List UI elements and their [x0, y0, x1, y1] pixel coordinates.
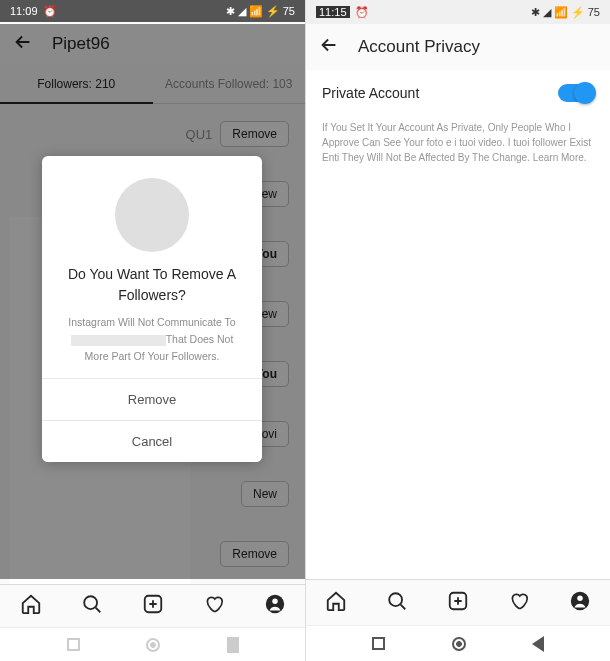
- status-time: 11:15: [316, 6, 350, 18]
- modal-cancel-button[interactable]: Cancel: [42, 420, 262, 462]
- nav-home-icon[interactable]: [452, 637, 466, 651]
- status-bar: 11:15 ⏰ ✱ ◢ 📶 ⚡ 75: [306, 0, 610, 24]
- left-screen: 11:09 ⏰ ✱ ◢ 📶 ⚡ 75 Pipet96 Followers: 21…: [0, 0, 305, 661]
- status-bar: 11:09 ⏰ ✱ ◢ 📶 ⚡ 75: [0, 0, 305, 22]
- nav-recents-icon[interactable]: [67, 638, 80, 651]
- modal-remove-button[interactable]: Remove: [42, 378, 262, 420]
- privacy-content: Private Account If You Set It Your Accou…: [306, 70, 610, 579]
- heart-icon[interactable]: [508, 590, 530, 616]
- status-icons: ✱ ◢ 📶 ⚡ 75: [531, 6, 600, 19]
- modal-sub-line2: That Does Not: [166, 333, 234, 345]
- back-icon[interactable]: [318, 34, 340, 60]
- profile-icon[interactable]: [264, 593, 286, 619]
- avatar: [115, 178, 189, 252]
- modal-sub-line1: Instagram Will Not Communicate To: [68, 316, 235, 328]
- status-time: 11:09: [10, 5, 38, 17]
- nav-back-icon[interactable]: [227, 637, 239, 653]
- svg-point-3: [272, 599, 278, 605]
- add-post-icon[interactable]: [447, 590, 469, 616]
- add-post-icon[interactable]: [142, 593, 164, 619]
- privacy-description: If You Set It Your Account As Private, O…: [322, 120, 594, 165]
- modal-title: Do You Want To Remove A Followers?: [50, 252, 254, 310]
- nav-home-icon[interactable]: [146, 638, 160, 652]
- search-icon[interactable]: [81, 593, 103, 619]
- heart-icon[interactable]: [203, 593, 225, 619]
- private-account-toggle[interactable]: [558, 84, 594, 102]
- redacted-name: [71, 335, 166, 346]
- modal-title-line1: Do You Want To Remove A: [68, 266, 236, 282]
- home-icon[interactable]: [20, 593, 42, 619]
- private-account-label: Private Account: [322, 85, 419, 101]
- private-account-row: Private Account: [322, 84, 594, 102]
- svg-point-0: [84, 597, 97, 610]
- modal-subtitle: Instagram Will Not Communicate To That D…: [50, 310, 253, 378]
- home-icon[interactable]: [325, 590, 347, 616]
- bottom-tab-bar: [306, 579, 610, 625]
- right-screen: 11:15 ⏰ ✱ ◢ 📶 ⚡ 75 Account Privacy Priva…: [305, 0, 610, 661]
- modal-title-line2: Followers?: [118, 287, 186, 303]
- alarm-icon: ⏰: [43, 5, 57, 18]
- page-title: Account Privacy: [358, 37, 480, 57]
- remove-follower-modal: Do You Want To Remove A Followers? Insta…: [42, 156, 262, 462]
- svg-point-7: [577, 595, 583, 601]
- nav-recents-icon[interactable]: [372, 637, 385, 650]
- nav-back-icon[interactable]: [532, 636, 544, 652]
- profile-icon[interactable]: [569, 590, 591, 616]
- settings-header: Account Privacy: [306, 24, 610, 70]
- svg-point-4: [389, 593, 402, 606]
- bottom-tab-bar: [0, 584, 305, 627]
- status-icons: ✱ ◢ 📶 ⚡ 75: [226, 5, 295, 18]
- alarm-icon: ⏰: [355, 6, 369, 19]
- modal-sub-line3: More Part Of Your Followers.: [85, 350, 220, 362]
- android-nav-bar: [0, 627, 305, 661]
- search-icon[interactable]: [386, 590, 408, 616]
- android-nav-bar: [306, 625, 610, 661]
